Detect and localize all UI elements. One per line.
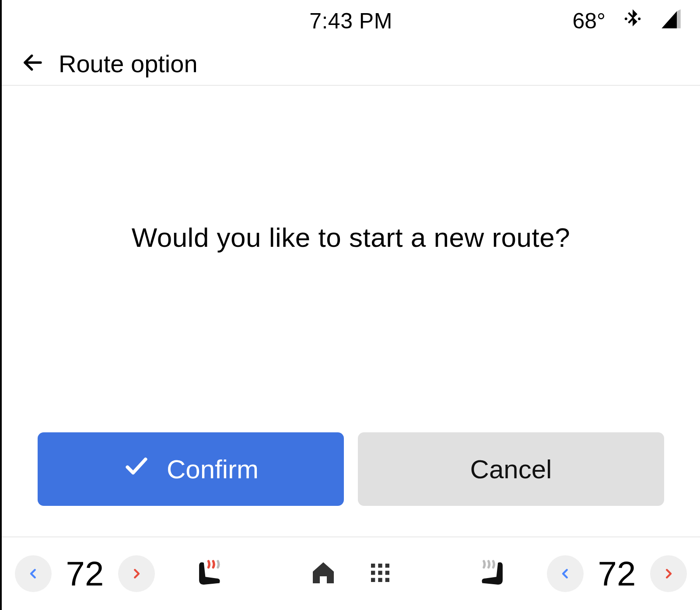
dialog-buttons: Confirm Cancel bbox=[38, 432, 664, 506]
status-time: 7:43 PM bbox=[309, 8, 392, 34]
right-seat-heater-icon[interactable] bbox=[476, 555, 514, 592]
svg-point-1 bbox=[638, 17, 640, 20]
svg-rect-10 bbox=[378, 578, 382, 582]
page-header: Route option bbox=[2, 42, 700, 86]
status-outside-temp: 68° bbox=[572, 8, 606, 34]
left-seat-heater-icon[interactable] bbox=[188, 555, 226, 592]
left-temp-down-button[interactable] bbox=[15, 555, 52, 592]
center-nav-icons bbox=[309, 559, 392, 589]
confirm-button[interactable]: Confirm bbox=[38, 432, 344, 506]
left-temp-up-button[interactable] bbox=[118, 555, 155, 592]
home-icon[interactable] bbox=[309, 559, 337, 589]
apps-grid-icon[interactable] bbox=[368, 561, 392, 587]
svg-rect-6 bbox=[371, 571, 375, 575]
svg-rect-5 bbox=[385, 564, 389, 568]
svg-rect-3 bbox=[371, 564, 375, 568]
cancel-button[interactable]: Cancel bbox=[358, 432, 664, 506]
right-temp-up-button[interactable] bbox=[650, 555, 687, 592]
back-icon[interactable] bbox=[21, 51, 45, 76]
climate-right-group: 72 bbox=[476, 554, 687, 594]
check-icon bbox=[123, 452, 150, 486]
climate-left-group: 72 bbox=[15, 554, 226, 594]
right-temp-down-button[interactable] bbox=[547, 555, 584, 592]
left-temp-value: 72 bbox=[59, 554, 111, 594]
right-temp-value: 72 bbox=[591, 554, 643, 594]
svg-rect-4 bbox=[378, 564, 382, 568]
svg-rect-8 bbox=[385, 571, 389, 575]
svg-point-0 bbox=[625, 17, 627, 20]
main-content: Would you like to start a new route? Con… bbox=[2, 86, 700, 536]
cancel-button-label: Cancel bbox=[470, 454, 552, 484]
confirm-button-label: Confirm bbox=[167, 454, 259, 484]
bluetooth-icon bbox=[621, 7, 644, 35]
svg-rect-11 bbox=[385, 578, 389, 582]
page-title: Route option bbox=[59, 49, 198, 78]
climate-bar: 72 bbox=[2, 536, 700, 610]
signal-icon bbox=[660, 7, 682, 35]
status-bar: 7:43 PM 68° bbox=[2, 0, 700, 42]
svg-rect-7 bbox=[378, 571, 382, 575]
svg-rect-9 bbox=[371, 578, 375, 582]
dialog-prompt: Would you like to start a new route? bbox=[132, 222, 570, 253]
